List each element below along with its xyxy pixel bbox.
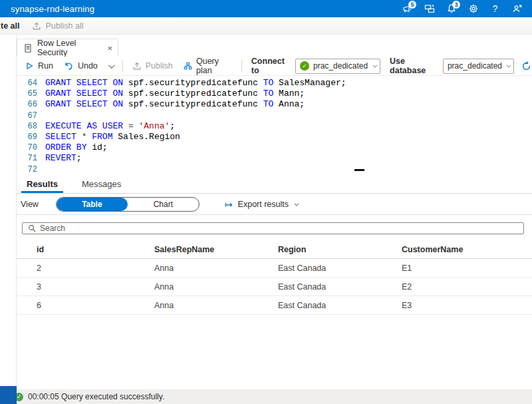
code-line[interactable]: 66GRANT SELECT ON spf.securitypredicatef… xyxy=(17,99,532,110)
notifications-bell-icon[interactable]: 3 xyxy=(440,0,462,17)
column-header[interactable]: SalesRepName xyxy=(154,245,278,254)
code-line[interactable]: 67 xyxy=(17,110,532,121)
line-number: 71 xyxy=(17,153,45,164)
code-line[interactable]: 72 xyxy=(17,164,532,175)
use-database-dropdown[interactable]: prac_dedicated xyxy=(443,59,514,74)
table-cell: Anna xyxy=(154,282,278,292)
validate-all-button[interactable]: te all xyxy=(1,21,20,31)
publish-upload-icon xyxy=(132,61,142,71)
run-options-chevron[interactable] xyxy=(103,58,118,74)
export-results-button[interactable]: ↦ Export results xyxy=(225,199,297,210)
chevron-down-icon xyxy=(506,63,511,67)
code-line[interactable]: 70ORDER BY id; xyxy=(17,142,532,153)
upload-icon xyxy=(32,21,41,31)
switch-environment-icon[interactable] xyxy=(418,0,440,17)
play-icon xyxy=(25,61,34,71)
grid-header-row: idSalesRepNameRegionCustomerName xyxy=(17,241,532,259)
view-toolbar: View Table Chart ↦ Export results xyxy=(17,194,532,215)
code-line[interactable]: 64GRANT SELECT ON spf.securitypredicatef… xyxy=(17,78,532,89)
code-line[interactable]: 65GRANT SELECT ON spf.securitypredicatef… xyxy=(17,89,532,99)
tab-row-level-security[interactable]: Row Level Security × xyxy=(17,39,118,57)
tab-messages[interactable]: Messages xyxy=(75,174,128,193)
table-cell: 3 xyxy=(37,282,154,292)
query-plan-button[interactable]: Query plan xyxy=(178,58,237,74)
export-icon: ↦ xyxy=(225,199,233,210)
toolbar-divider xyxy=(122,60,123,72)
line-number: 69 xyxy=(17,132,45,142)
code-line[interactable]: 69SELECT * FROM Sales.Region xyxy=(17,132,532,142)
topbar-icon-group: 5 3 ? xyxy=(396,0,528,17)
view-toggle-table[interactable]: Table xyxy=(57,198,128,211)
line-number: 68 xyxy=(17,121,45,132)
code-line[interactable]: 68EXECUTE AS USER = 'Anna'; xyxy=(17,121,532,132)
connect-to-label: Connect to xyxy=(251,57,290,75)
table-row[interactable]: 3AnnaEast CanadaE2 xyxy=(17,278,532,296)
feedback-person-icon[interactable] xyxy=(506,0,528,17)
table-cell: 6 xyxy=(37,301,154,310)
code-line[interactable]: 71REVERT; xyxy=(17,153,532,164)
publish-all-label: Publish all xyxy=(46,21,84,31)
line-number: 65 xyxy=(17,89,45,99)
workspace-title: synapse-rnd-learning xyxy=(11,4,94,14)
column-header[interactable]: id xyxy=(37,245,154,254)
table-cell: Anna xyxy=(154,264,278,273)
code-text: GRANT SELECT ON spf.securitypredicatefun… xyxy=(45,89,305,99)
code-text: GRANT SELECT ON spf.securitypredicatefun… xyxy=(45,78,346,89)
announcement-icon[interactable]: 5 xyxy=(396,0,418,17)
table-cell: E3 xyxy=(402,301,532,310)
code-text: SELECT * FROM Sales.Region xyxy=(45,132,180,142)
refresh-button[interactable] xyxy=(521,61,532,72)
search-input[interactable] xyxy=(40,224,523,233)
table-cell: Anna xyxy=(154,301,278,310)
publish-label: Publish xyxy=(146,61,173,71)
export-results-label: Export results xyxy=(238,200,289,209)
view-toggle-chart[interactable]: Chart xyxy=(128,198,199,211)
table-cell: E1 xyxy=(402,264,532,273)
sql-code-editor[interactable]: 64GRANT SELECT ON spf.securitypredicatef… xyxy=(17,75,532,174)
results-grid: idSalesRepNameRegionCustomerName 2AnnaEa… xyxy=(17,241,532,315)
corner-accent xyxy=(0,386,17,404)
undo-button[interactable]: Undo xyxy=(59,58,103,74)
tab-results[interactable]: Results xyxy=(20,174,65,193)
grid-body: 2AnnaEast CanadaE13AnnaEast CanadaE26Ann… xyxy=(17,259,532,315)
publish-button[interactable]: Publish xyxy=(127,58,178,74)
toolbar-divider xyxy=(241,60,242,72)
table-cell: East Canada xyxy=(278,264,402,273)
search-icon xyxy=(28,224,36,232)
close-tab-icon[interactable]: × xyxy=(107,43,112,53)
command-bar: te all Publish all xyxy=(0,17,532,35)
status-bar: ✓ 00:00:05 Query executed successfully. xyxy=(0,389,532,404)
settings-gear-icon[interactable] xyxy=(462,0,484,17)
column-header[interactable]: CustomerName xyxy=(402,245,532,254)
code-text: ORDER BY id; xyxy=(45,142,108,153)
query-plan-label: Query plan xyxy=(196,57,232,75)
results-search xyxy=(22,222,524,234)
notifications-badge: 3 xyxy=(452,1,460,9)
query-plan-icon xyxy=(184,61,192,71)
use-database-value: prac_dedicated xyxy=(448,61,502,71)
use-database-label: Use database xyxy=(390,57,438,75)
status-message: 00:00:05 Query executed successfully. xyxy=(28,392,164,401)
script-toolbar: Run Undo Publish Query plan Connect to ✓… xyxy=(17,57,532,75)
editor-dash-artifact xyxy=(354,169,364,171)
table-row[interactable]: 6AnnaEast CanadaE3 xyxy=(17,296,532,315)
code-text: EXECUTE AS USER = 'Anna'; xyxy=(45,121,175,132)
line-number: 70 xyxy=(17,142,45,153)
table-row[interactable]: 2AnnaEast CanadaE1 xyxy=(17,259,532,278)
publish-all-button[interactable]: Publish all xyxy=(32,21,84,31)
table-cell: East Canada xyxy=(278,282,402,292)
table-cell: E2 xyxy=(402,282,532,292)
results-tab-bar: Results Messages xyxy=(17,174,532,194)
run-button[interactable]: Run xyxy=(19,58,59,74)
line-number: 67 xyxy=(17,110,45,121)
table-cell: East Canada xyxy=(278,301,402,310)
connect-to-dropdown[interactable]: ✓ prac_dedicated xyxy=(295,59,380,74)
code-lines: 64GRANT SELECT ON spf.securitypredicatef… xyxy=(17,78,532,175)
chevron-down-icon xyxy=(294,201,299,206)
collapsed-sidebar xyxy=(0,35,17,389)
undo-icon xyxy=(64,61,74,71)
synapse-studio-app: synapse-rnd-learning 5 3 ? xyxy=(0,0,532,404)
help-icon[interactable]: ? xyxy=(484,0,506,17)
refresh-icon xyxy=(521,61,532,72)
column-header[interactable]: Region xyxy=(278,245,402,254)
